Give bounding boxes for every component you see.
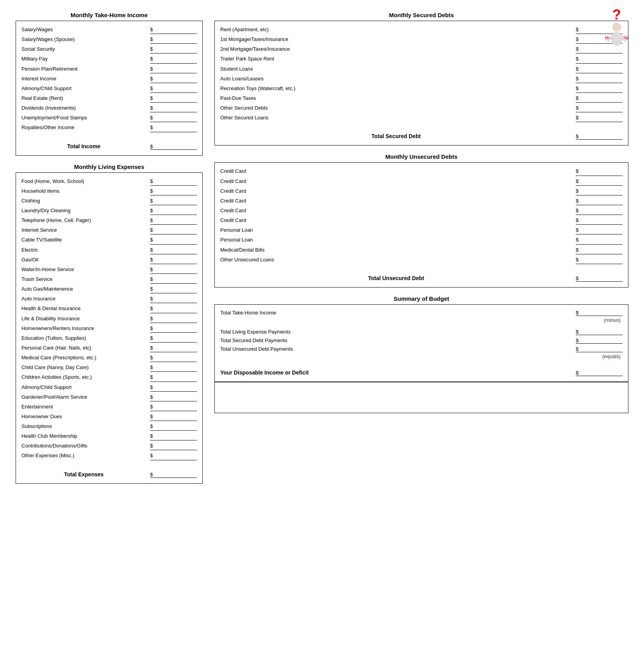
row-value: [576, 114, 623, 122]
row-value: [150, 197, 197, 205]
row-label: Salary/Wages: [21, 26, 146, 34]
secured-total-row: Total Secured Debt: [220, 131, 623, 140]
living-rows: Food (Home, Work, School)Household Items…: [21, 177, 197, 461]
summary-unsecured-label: Total Unsecured Debt Payments: [220, 346, 572, 352]
living-title: Monthly Living Expenses: [16, 163, 203, 170]
table-row: Past-Due Taxes: [220, 94, 623, 103]
summary-income-row: Total Take-Home Income: [220, 309, 623, 317]
row-label: Other Expenses (Misc.): [21, 452, 146, 460]
row-value: [150, 207, 197, 215]
unsecured-title: Monthly Unsecured Debts: [214, 153, 628, 160]
row-value: [150, 104, 197, 112]
row-label: Other Secured Loans: [220, 114, 572, 122]
svg-line-2: [608, 36, 611, 41]
svg-line-3: [622, 36, 625, 41]
row-value: [150, 325, 197, 333]
income-total-value: [150, 144, 197, 150]
row-label: Life & Disability Insurance: [21, 315, 146, 323]
summary-unsecured-value: [576, 346, 623, 352]
row-label: Credit Card: [220, 207, 572, 215]
row-label: Recreation Toys (Watercraft, etc.): [220, 85, 572, 92]
row-label: Social Security: [21, 45, 146, 53]
table-row: Other Expenses (Misc.): [21, 451, 197, 461]
table-row: Real Estate (Rent): [21, 94, 197, 103]
left-column: Monthly Take-Home Income Salary/WagesSal…: [16, 12, 203, 484]
row-value: [576, 167, 623, 176]
table-row: Alimony/Child Support: [21, 84, 197, 94]
logo-area: ? How To Wiki: [605, 8, 628, 40]
row-label: Salary/Wages (Spouse): [21, 36, 146, 43]
row-value: [576, 246, 623, 254]
row-value: [576, 197, 623, 205]
living-box: Food (Home, Work, School)Household Items…: [16, 172, 203, 484]
table-row: Entertainment: [21, 402, 197, 412]
row-value: [150, 246, 197, 254]
row-value: [150, 403, 197, 411]
table-row: Internet Service: [21, 225, 197, 235]
row-label: Auto Insurance: [21, 295, 146, 303]
row-value: [576, 104, 623, 112]
disposable-label: Your Disposable Income or Deficit: [220, 369, 572, 376]
income-rows: Salary/WagesSalary/Wages (Spouse)Social …: [21, 25, 197, 133]
table-row: Auto Gas/Maintenence: [21, 284, 197, 294]
row-label: Child Care (Nanny, Day Care): [21, 364, 146, 371]
row-label: Alimony/Child Support: [21, 85, 146, 92]
row-value: [150, 75, 197, 83]
row-value: [150, 452, 197, 460]
summary-minus-note: (minus): [220, 317, 623, 323]
row-label: Other Unsecured Loans: [220, 256, 572, 264]
living-total-label: Total Expenses: [21, 471, 146, 478]
unsecured-rows: Credit CardCredit CardCredit CardCredit …: [220, 167, 623, 264]
table-row: Gardener/Pool/Alarm Service: [21, 392, 197, 402]
row-value: [576, 75, 623, 83]
table-row: Other Unsecured Loans: [220, 255, 623, 265]
living-total-row: Total Expenses: [21, 470, 197, 478]
table-row: Personal Care (Hair, Nails, etc): [21, 343, 197, 353]
row-label: Dividends (Investments): [21, 104, 146, 112]
table-row: Child Care (Nanny, Day Care): [21, 363, 197, 373]
table-row: 2nd Mortgage/Taxes/Insurance: [220, 44, 623, 54]
summary-living-value: [576, 329, 623, 335]
secured-box: Rent (Apartment, etc)1st Mortgage/Taxes/…: [214, 21, 628, 146]
row-value: [150, 114, 197, 122]
row-value: [150, 55, 197, 63]
right-column: ? How To Wiki Monthly Secured Debt: [214, 12, 628, 413]
table-row: Dividends (Investments): [21, 103, 197, 113]
row-label: Trash Service: [21, 275, 146, 283]
row-value: [150, 413, 197, 421]
row-value: [150, 344, 197, 352]
table-row: Telephone (Home, Cell, Pager): [21, 216, 197, 225]
secured-total-label: Total Secured Debt: [220, 133, 572, 139]
table-row: Trailer Park Space Rent: [220, 54, 623, 64]
row-label: Gas/Oil: [21, 256, 146, 264]
disposable-value: [576, 370, 623, 376]
row-value: [576, 55, 623, 63]
row-label: Rent (Apartment, etc): [220, 26, 572, 34]
table-row: Subscriptions: [21, 422, 197, 431]
row-value: [150, 226, 197, 234]
table-row: Homeowner Dues: [21, 412, 197, 422]
table-row: Medical/Dental Bills: [220, 245, 623, 255]
question-mark-icon: ?: [605, 8, 628, 22]
row-value: [150, 422, 197, 431]
row-label: Military Pay: [21, 55, 146, 63]
table-row: Personal Loan: [220, 225, 623, 235]
table-row: Credit Card: [220, 177, 623, 186]
table-row: Interest Income: [21, 74, 197, 84]
row-value: [150, 393, 197, 401]
table-row: Household Items: [21, 186, 197, 196]
secured-rows: Rent (Apartment, etc)1st Mortgage/Taxes/…: [220, 25, 623, 123]
row-label: Credit Card: [220, 178, 572, 185]
row-label: Interest Income: [21, 75, 146, 83]
row-value: [150, 383, 197, 392]
income-section: Monthly Take-Home Income Salary/WagesSal…: [16, 12, 203, 156]
table-row: Gas/Oil: [21, 255, 197, 265]
row-value: [576, 256, 623, 264]
table-row: Food (Home, Work, School): [21, 177, 197, 186]
row-value: [576, 217, 623, 225]
table-row: Unemployment/Food Stamps: [21, 113, 197, 123]
row-value: [150, 94, 197, 103]
row-label: Credit Card: [220, 187, 572, 195]
table-row: Trash Service: [21, 275, 197, 284]
row-value: [576, 187, 623, 195]
